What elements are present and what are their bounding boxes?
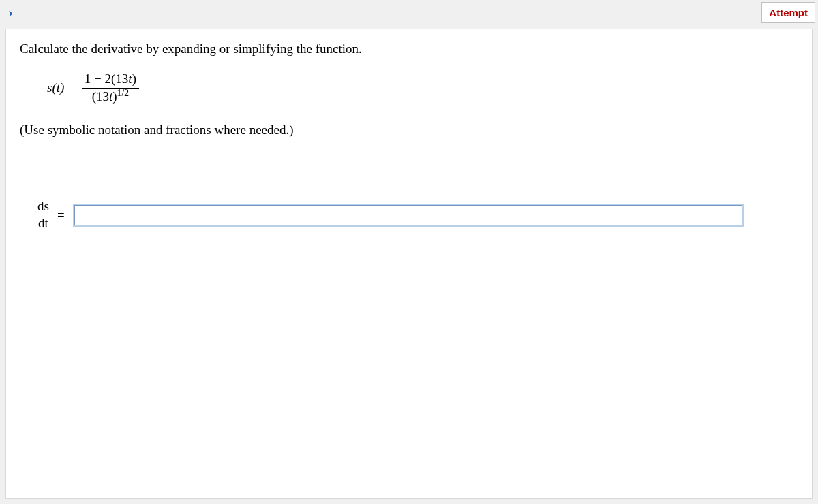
- answer-row: ds dt =: [32, 199, 798, 232]
- answer-input[interactable]: [74, 205, 742, 225]
- answer-fraction-icon: ds dt: [35, 199, 52, 232]
- question-panel: Calculate the derivative by expanding or…: [5, 29, 813, 499]
- denominator-exponent: 1/2: [117, 87, 129, 97]
- answer-label: ds dt =: [32, 199, 65, 232]
- equation-fraction: 1 − 2(13t) (13t)1/2: [82, 72, 139, 105]
- hint-text: (Use symbolic notation and fractions whe…: [20, 123, 798, 138]
- equals-sign: =: [57, 208, 65, 223]
- numerator-suffix: ): [132, 72, 136, 86]
- answer-den: dt: [35, 215, 51, 232]
- attempt-button[interactable]: Attempt: [761, 2, 815, 23]
- denominator-prefix: (13: [92, 89, 109, 104]
- fraction-denominator: (13t)1/2: [89, 89, 132, 105]
- chevron-right-icon[interactable]: ›: [5, 3, 16, 21]
- fraction-numerator: 1 − 2(13t): [82, 72, 139, 89]
- header-bar: › Attempt: [0, 0, 818, 25]
- function-equation: s(t) = 1 − 2(13t) (13t)1/2: [47, 72, 798, 105]
- numerator-prefix: 1 − 2(13: [85, 72, 129, 86]
- equation-lhs: s(t): [47, 80, 64, 95]
- answer-num: ds: [35, 199, 52, 216]
- question-prompt: Calculate the derivative by expanding or…: [20, 42, 798, 57]
